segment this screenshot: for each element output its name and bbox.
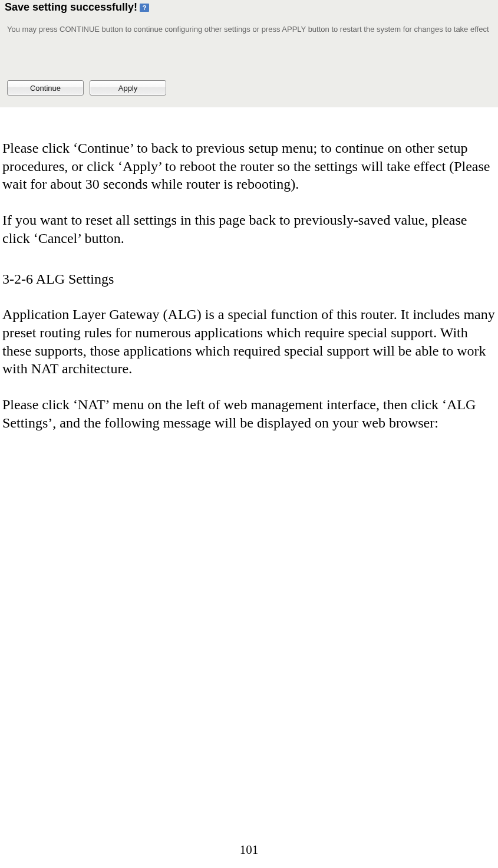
doc-paragraph: Please click ‘NAT’ menu on the left of w… bbox=[2, 396, 496, 432]
document-body: Please click ‘Continue’ to back to previ… bbox=[0, 107, 498, 432]
dialog-title: Save setting successfully! bbox=[5, 1, 137, 14]
apply-button[interactable]: Apply bbox=[90, 80, 166, 96]
save-settings-dialog: Save setting successfully! ? You may pre… bbox=[0, 0, 498, 107]
doc-paragraph: Please click ‘Continue’ to back to previ… bbox=[2, 139, 496, 193]
dialog-message: You may press CONTINUE button to continu… bbox=[0, 14, 498, 35]
doc-section-heading: 3-2-6 ALG Settings bbox=[2, 270, 496, 288]
dialog-button-row: Continue Apply bbox=[7, 80, 166, 96]
doc-paragraph: Application Layer Gateway (ALG) is a spe… bbox=[2, 305, 496, 378]
doc-paragraph: If you want to reset all settings in thi… bbox=[2, 211, 496, 247]
dialog-heading-row: Save setting successfully! ? bbox=[0, 0, 498, 14]
help-icon[interactable]: ? bbox=[140, 4, 149, 12]
continue-button[interactable]: Continue bbox=[7, 80, 84, 96]
page-number: 101 bbox=[0, 843, 498, 857]
